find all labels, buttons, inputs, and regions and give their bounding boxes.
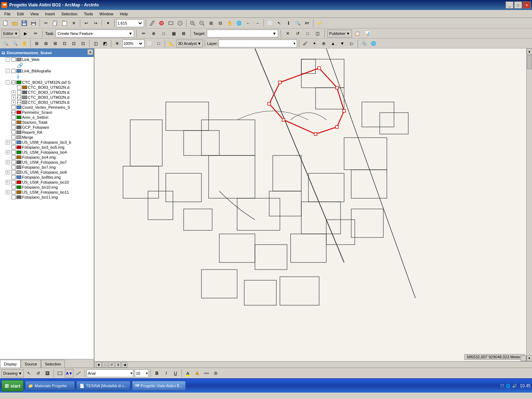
tb2-btn8[interactable]: ⊡ <box>70 39 78 48</box>
line-color-dropdown[interactable] <box>202 369 211 378</box>
toc-item[interactable]: Coord_Vertex_Perimetro_S <box>0 105 94 110</box>
sketch-btn4[interactable]: ▦ <box>169 29 178 38</box>
forward-button[interactable]: → <box>253 19 262 27</box>
toc-checkbox[interactable] <box>11 57 16 62</box>
toc-checkbox[interactable] <box>11 190 16 194</box>
toc-item[interactable]: Fotopiano_bo10.img <box>0 185 94 190</box>
taskbar-item-tesina[interactable]: 📄 TESINA [Modalità di c... <box>76 381 131 391</box>
toc-checkbox[interactable] <box>11 115 16 119</box>
toc-checkbox[interactable] <box>17 90 21 94</box>
toc-checkbox[interactable] <box>11 180 16 184</box>
redo-button[interactable]: ↪ <box>91 19 100 27</box>
tb2-btn11[interactable]: ◩ <box>101 39 109 48</box>
toc-item[interactable]: ✓Perimetro_Scavo <box>0 110 94 115</box>
toc-item[interactable]: Reperti_RA <box>0 130 94 135</box>
toc-item[interactable]: +✓CTC_BO83_UTM32N.d: <box>0 100 94 105</box>
tb2-btn19[interactable]: ▲ <box>329 39 337 48</box>
tb2-btn17[interactable]: ✦ <box>310 39 319 48</box>
toc-checkbox[interactable] <box>11 130 16 134</box>
toc-item[interactable]: +CTC_BO83_UTM32N.d: <box>0 90 94 95</box>
edit-features-button[interactable] <box>148 19 157 27</box>
publisher-button[interactable]: Publisher ▼ <box>327 30 352 37</box>
menu-window[interactable]: Window <box>97 11 116 17</box>
panel-close-button[interactable]: ✕ <box>87 49 93 55</box>
toc-checkbox[interactable] <box>11 105 16 109</box>
fixed-zoom-in-button[interactable]: ⊞ <box>207 19 215 27</box>
toc-checkbox[interactable] <box>11 170 16 174</box>
edit-btn1[interactable]: ✕ <box>283 29 292 38</box>
toc-checkbox[interactable] <box>17 85 21 89</box>
toc-item[interactable]: Stazioni_Totali <box>0 120 94 125</box>
rectangle-button[interactable] <box>167 19 175 27</box>
toc-checkbox[interactable] <box>11 185 16 189</box>
start-button[interactable]: ⊞ start <box>1 380 24 392</box>
menu-selection[interactable]: Selection <box>58 11 80 17</box>
toc-item[interactable]: -Link_Bibliografia <box>0 68 94 73</box>
menu-tools[interactable]: Tools <box>81 11 96 17</box>
draw-rotate-btn[interactable]: ↺ <box>34 369 42 378</box>
tb2-btn22[interactable]: 📎 <box>360 39 368 48</box>
toc-expand-icon[interactable]: + <box>6 140 10 144</box>
taskbar-item-materiale[interactable]: 📁 Materiale Progetto <box>25 381 75 391</box>
pan-button[interactable]: ✋ <box>225 19 234 27</box>
toc-item[interactable]: Fotopiano_bo3_bo5.img <box>0 145 94 150</box>
toc-expand-icon[interactable]: + <box>6 180 10 184</box>
minimize-button[interactable]: _ <box>506 1 513 9</box>
toc-item[interactable]: Fotopiano_bo4.img <box>0 155 94 160</box>
tb2-btn15[interactable]: 📐 <box>167 39 175 48</box>
nav-btn2[interactable]: □ <box>102 362 108 368</box>
italic-button[interactable]: I <box>162 369 170 378</box>
paste-button[interactable] <box>60 19 69 27</box>
toc-item[interactable]: +US_USM_Fotopiano_bo11 <box>0 190 94 195</box>
toc-expand-icon[interactable]: + <box>6 190 10 194</box>
scroll-thumb[interactable] <box>527 55 532 69</box>
draw-line-btn[interactable] <box>74 369 83 378</box>
edit-btn4[interactable]: ◫ <box>313 29 322 38</box>
sketch-btn2[interactable]: ⊕ <box>149 29 158 38</box>
toc-expand-icon[interactable]: + <box>6 150 10 154</box>
toc-item[interactable]: GCP_Fotopiani <box>0 125 94 130</box>
toc-item[interactable]: Fotopiano_bo8bis.img <box>0 175 94 180</box>
drawing-dropdown[interactable]: Drawing ▼ <box>1 369 24 377</box>
analyst-dropdown[interactable]: 3D Analyst ▼ <box>176 40 203 47</box>
tb2-btn2[interactable]: 🔍 <box>11 39 19 48</box>
font-size-arrow[interactable]: ▼ <box>145 372 148 375</box>
zoom-out-button[interactable] <box>198 19 206 27</box>
toc-checkbox[interactable] <box>11 150 16 154</box>
tb2-btn16[interactable]: 🖊 <box>301 39 310 48</box>
tab-source[interactable]: Source <box>21 360 41 368</box>
tb2-btn6[interactable]: ⊞ <box>51 39 60 48</box>
zoom-in-button[interactable] <box>188 19 197 27</box>
maximize-button[interactable]: □ <box>514 1 522 9</box>
toc-expand-icon[interactable]: + <box>11 95 16 99</box>
nav-refresh-btn[interactable]: ↺ <box>109 362 114 368</box>
tab-selection[interactable]: Selection <box>41 360 65 368</box>
toc-item[interactable]: -✓CTC_BO83_UTM32N.dxf G <box>0 80 94 85</box>
edit-btn3[interactable]: □ <box>303 29 312 38</box>
toc-item[interactable]: ℹ <box>0 73 94 80</box>
tb2-btn1[interactable]: 🔍 <box>1 39 10 48</box>
toc-expand-icon[interactable]: + <box>11 90 16 94</box>
edit-pencil-button[interactable]: ✏ <box>31 29 40 38</box>
tb2-btn7[interactable]: ⊡ <box>60 39 69 48</box>
map-area[interactable]: ■ □ ↺ ⏸ ◀ 685532,007 929048,023 Meters ▲… <box>94 48 532 368</box>
toc-checkbox[interactable] <box>11 140 16 144</box>
font-dropdown-arrow[interactable]: ▼ <box>130 372 133 375</box>
bold-button[interactable]: B <box>153 369 161 378</box>
tb2-btn12[interactable]: ⛯ <box>113 39 122 48</box>
new-button[interactable] <box>1 19 10 27</box>
toc-checkbox[interactable]: ✓ <box>17 100 21 104</box>
toc-collapse-icon[interactable]: - <box>6 57 10 62</box>
scroll-up-button[interactable]: ▲ <box>527 48 532 54</box>
toc-item[interactable]: +US_USM_Fotopiano_bo10 <box>0 180 94 185</box>
scale-dropdown[interactable] <box>139 20 143 27</box>
toc-item[interactable]: +US_USM_Fotopiano_bo3_b <box>0 140 94 145</box>
toc-checkbox[interactable] <box>11 175 16 179</box>
pub-btn2[interactable]: 📊 <box>363 29 372 38</box>
zoom-select[interactable] <box>139 41 143 46</box>
toc-expand-icon[interactable]: + <box>6 160 10 164</box>
select-features-button[interactable]: ↖ <box>275 19 283 27</box>
underline-button[interactable]: U <box>171 369 180 378</box>
menu-file[interactable]: File <box>1 11 14 17</box>
help-button[interactable]: ? <box>176 19 184 27</box>
